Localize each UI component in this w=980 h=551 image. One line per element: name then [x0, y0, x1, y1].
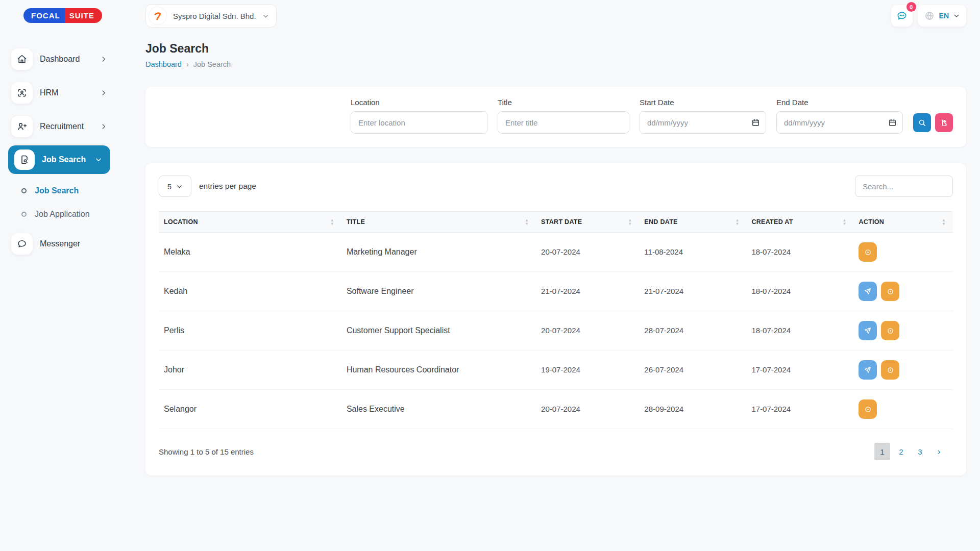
end-date-input[interactable]	[776, 111, 903, 134]
sidebar-item-hrm[interactable]: HRM	[0, 78, 118, 108]
sidebar-item-label: Recruitment	[40, 122, 84, 131]
start-date-input[interactable]	[640, 111, 766, 134]
table-row: Johor Human Resources Coordinator 19-07-…	[159, 350, 953, 390]
table-row: Selangor Sales Executive 20-07-2024 28-0…	[159, 390, 953, 429]
breadcrumb-separator: ›	[186, 60, 189, 68]
cell-title: Marketing Manager	[347, 247, 417, 256]
table-search-input[interactable]	[855, 176, 953, 197]
table-row: Melaka Marketing Manager 20-07-2024 11-0…	[159, 233, 953, 272]
cell-location: Melaka	[164, 247, 190, 256]
sidebar-item-label: Messenger	[40, 239, 80, 248]
view-button[interactable]	[859, 399, 877, 419]
reset-filter-button[interactable]	[935, 113, 953, 132]
document-search-icon	[14, 149, 35, 170]
chevron-down-icon	[953, 13, 960, 19]
cell-created-at: 18-07-2024	[751, 287, 791, 295]
cell-location: Kedah	[164, 287, 187, 295]
table-header-row: LOCATION▴▾ TITLE▴▾ START DATE▴▾ END DATE…	[159, 212, 953, 233]
view-button[interactable]	[881, 360, 899, 380]
send-button[interactable]	[859, 321, 877, 340]
sort-icon[interactable]: ▴▾	[331, 218, 333, 226]
topbar-actions: 0 EN	[891, 5, 966, 27]
cell-start-date: 20-07-2024	[541, 326, 580, 335]
entries-per-page-select[interactable]: 5	[159, 176, 191, 197]
end-date-label: End Date	[776, 98, 903, 107]
page-1-button[interactable]: 1	[874, 443, 890, 460]
table-row: Perlis Customer Support Specialist 20-07…	[159, 311, 953, 350]
sidebar-subitem-job-search[interactable]: Job Search	[0, 179, 118, 203]
sort-icon[interactable]: ▴▾	[943, 218, 945, 226]
company-name: Syspro Digital Sdn. Bhd.	[173, 12, 256, 20]
breadcrumb-current: Job Search	[193, 60, 231, 68]
table-footer: Showing 1 to 5 of 15 entries 1 2 3 ›	[159, 443, 953, 460]
column-header-action: ACTION	[859, 218, 884, 226]
entries-summary: Showing 1 to 5 of 15 entries	[159, 447, 254, 456]
cell-created-at: 18-07-2024	[751, 247, 791, 256]
table-card: 5 entries per page LOCATION▴▾ TITLE▴▾ ST…	[145, 163, 966, 475]
globe-icon	[924, 11, 935, 21]
chevron-down-icon	[262, 13, 269, 19]
sidebar-item-recruitment[interactable]: Recruitment	[0, 112, 118, 141]
cell-created-at: 17-07-2024	[751, 365, 791, 374]
location-input[interactable]	[351, 111, 487, 134]
page-2-button[interactable]: 2	[893, 443, 909, 460]
column-header-created-at: CREATED AT	[751, 218, 793, 226]
cell-end-date: 21-07-2024	[644, 287, 683, 295]
sidebar-subitem-label: Job Search	[35, 186, 79, 195]
column-header-end-date: END DATE	[644, 218, 677, 226]
user-plus-icon	[11, 116, 33, 137]
filter-card: Location Title Start Date End Date	[145, 87, 966, 147]
page-3-button[interactable]: 3	[912, 443, 928, 460]
sort-icon[interactable]: ▴▾	[736, 218, 738, 226]
sort-icon[interactable]: ▴▾	[843, 218, 845, 226]
title-field: Title	[498, 98, 629, 134]
topbar: Syspro Digital Sdn. Bhd. 0 EN	[145, 4, 966, 28]
view-button[interactable]	[881, 321, 899, 340]
table-row: Kedah Software Engineer 21-07-2024 21-07…	[159, 272, 953, 311]
column-header-start-date: START DATE	[541, 218, 582, 226]
cell-created-at: 18-07-2024	[751, 326, 791, 335]
send-button[interactable]	[859, 282, 877, 301]
cell-start-date: 20-07-2024	[541, 405, 580, 413]
search-filter-button[interactable]	[913, 113, 931, 132]
cell-title: Human Resources Coordinator	[347, 365, 459, 374]
app-logo[interactable]: FOCAL SUITE	[23, 8, 102, 23]
end-date-field: End Date	[776, 98, 903, 134]
messages-button[interactable]: 0	[891, 5, 913, 27]
company-logo-icon	[149, 7, 167, 25]
next-page-button[interactable]: ›	[931, 443, 947, 460]
cell-title: Customer Support Specialist	[347, 326, 450, 335]
cell-title: Sales Executive	[347, 405, 405, 413]
title-label: Title	[498, 98, 629, 107]
sidebar-item-job-search[interactable]: Job Search	[8, 145, 110, 174]
page-title: Job Search	[145, 42, 966, 56]
sidebar-item-dashboard[interactable]: Dashboard	[0, 44, 118, 74]
location-label: Location	[351, 98, 487, 107]
breadcrumb-dashboard-link[interactable]: Dashboard	[145, 60, 182, 68]
main-content: Syspro Digital Sdn. Bhd. 0 EN Job Search	[118, 0, 980, 551]
send-button[interactable]	[859, 360, 877, 380]
chevron-right-icon	[100, 123, 107, 130]
cell-end-date: 26-07-2024	[644, 365, 683, 374]
language-code: EN	[939, 12, 949, 20]
column-header-location: LOCATION	[164, 218, 198, 226]
sort-icon[interactable]: ▴▾	[526, 218, 528, 226]
cell-end-date: 28-07-2024	[644, 326, 683, 335]
sidebar-item-label: HRM	[40, 88, 58, 97]
sidebar: FOCAL SUITE Dashboard HRM Re	[0, 0, 118, 551]
view-button[interactable]	[859, 242, 877, 262]
view-button[interactable]	[881, 282, 899, 301]
title-input[interactable]	[498, 111, 629, 134]
cell-end-date: 11-08-2024	[644, 247, 683, 256]
sidebar-item-messenger[interactable]: Messenger	[0, 229, 118, 259]
notification-badge: 0	[906, 2, 916, 12]
start-date-field: Start Date	[640, 98, 766, 134]
company-selector[interactable]: Syspro Digital Sdn. Bhd.	[145, 4, 277, 28]
sidebar-subitem-job-application[interactable]: Job Application	[0, 203, 118, 226]
cell-title: Software Engineer	[347, 287, 414, 295]
cell-location: Johor	[164, 365, 184, 374]
sort-icon[interactable]: ▴▾	[629, 218, 631, 226]
sidebar-nav: Dashboard HRM Recruitment	[0, 44, 118, 259]
bullet-ring-icon	[21, 188, 27, 193]
language-selector[interactable]: EN	[918, 5, 966, 27]
